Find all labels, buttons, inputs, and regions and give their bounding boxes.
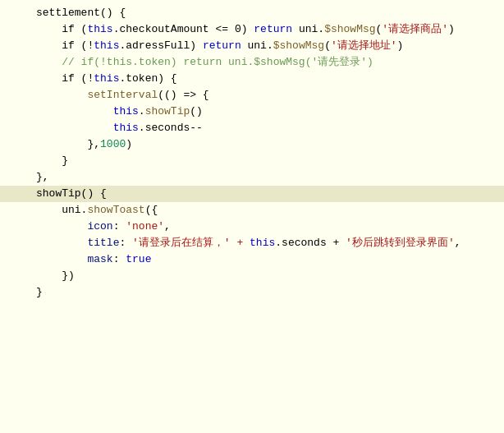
code-line: showTip() { xyxy=(0,186,504,202)
line-content: if (!this.adressFull) return uni.$showMs… xyxy=(33,38,504,54)
line-content: mask: true xyxy=(33,251,504,268)
code-line: },1000) xyxy=(0,136,504,153)
token: showToast xyxy=(87,204,144,216)
code-line: mask: true xyxy=(0,251,504,268)
token: 1000 xyxy=(100,138,126,150)
token: setInterval xyxy=(87,89,158,101)
token: 'none' xyxy=(126,220,164,233)
line-content: if (this.checkoutAmount <= 0) return uni… xyxy=(33,21,504,38)
token: settlement() { xyxy=(36,7,126,19)
code-line: }) xyxy=(0,268,504,284)
token: .adressFull) xyxy=(119,39,202,52)
line-content: icon: 'none', xyxy=(33,219,504,235)
token: icon xyxy=(87,220,112,233)
token: , xyxy=(455,237,461,249)
line-content: } xyxy=(33,284,504,301)
token: ) xyxy=(126,138,132,150)
code-line: if (!this.adressFull) return uni.$showMs… xyxy=(0,38,504,54)
line-content: settlement() { xyxy=(33,5,504,21)
token: .checkoutAmount <= 0) xyxy=(113,23,254,35)
token: $showMsg xyxy=(273,39,324,52)
token: () xyxy=(190,105,203,117)
token: '请选择地址' xyxy=(331,39,397,52)
line-content: title: '请登录后在结算，' + this.seconds + '秒后跳转… xyxy=(33,235,504,251)
code-line: setInterval(() => { xyxy=(0,87,504,104)
code-line: uni.showToast({ xyxy=(0,202,504,219)
code-line: this.seconds-- xyxy=(0,120,504,136)
line-content: this.seconds-- xyxy=(33,120,504,136)
token: if ( xyxy=(62,23,87,35)
token: ( xyxy=(324,39,331,52)
token: ) xyxy=(397,39,404,52)
code-content: settlement() { if (this.checkoutAmount <… xyxy=(0,0,504,306)
token: }, xyxy=(87,138,100,150)
token: ({ xyxy=(145,204,158,216)
token: title xyxy=(87,237,119,249)
code-line: if (!this.token) { xyxy=(0,71,504,87)
code-line: }, xyxy=(0,169,504,186)
token: '请登录后在结算，' + xyxy=(132,237,250,249)
token: mask xyxy=(87,253,112,265)
line-content: },1000) xyxy=(33,136,504,153)
line-content: } xyxy=(33,153,504,169)
line-content: showTip() { xyxy=(33,186,504,202)
code-line: if (this.checkoutAmount <= 0) return uni… xyxy=(0,21,504,38)
token: true xyxy=(126,253,151,265)
code-line: this.showTip() xyxy=(0,104,504,120)
token: this xyxy=(94,72,119,85)
token: : xyxy=(119,237,132,249)
code-line: } xyxy=(0,153,504,169)
token: : xyxy=(113,253,126,265)
token: } xyxy=(36,286,43,298)
token: '秒后跳转到登录界面' xyxy=(346,237,455,249)
line-content: setInterval(() => { xyxy=(33,87,504,104)
token: return xyxy=(203,39,241,52)
line-content: if (!this.token) { xyxy=(33,71,504,87)
token: , xyxy=(164,220,171,233)
token: } xyxy=(62,154,68,167)
token: .seconds + xyxy=(275,237,346,249)
token: this xyxy=(113,122,139,134)
code-line: title: '请登录后在结算，' + this.seconds + '秒后跳转… xyxy=(0,235,504,251)
token: uni. xyxy=(241,39,273,52)
token: uni. xyxy=(62,204,87,216)
line-content: }) xyxy=(33,268,504,284)
token: $showMsg xyxy=(324,23,375,35)
line-content: this.showTip() xyxy=(33,104,504,120)
token: if (! xyxy=(62,39,94,52)
token: // if(!this.token) return uni.$showMsg('… xyxy=(62,56,373,68)
token: .seconds-- xyxy=(139,122,203,134)
token: ) xyxy=(448,23,455,35)
token: this xyxy=(94,39,119,52)
token: : xyxy=(113,220,126,233)
token: showTip() { xyxy=(36,187,107,200)
token: return xyxy=(254,23,292,35)
code-line: settlement() { xyxy=(0,5,504,21)
code-line: } xyxy=(0,284,504,301)
token: }) xyxy=(62,269,75,282)
code-line: icon: 'none', xyxy=(0,219,504,235)
token: this xyxy=(250,237,275,249)
line-content: }, xyxy=(33,169,504,186)
token: '请选择商品' xyxy=(382,23,448,35)
token: . xyxy=(139,105,145,117)
token: (() => { xyxy=(158,89,208,101)
line-content: // if(!this.token) return uni.$showMsg('… xyxy=(33,54,504,71)
code-line: // if(!this.token) return uni.$showMsg('… xyxy=(0,54,504,71)
token: showTip xyxy=(145,105,190,117)
token: this xyxy=(113,105,139,117)
token: this xyxy=(87,23,112,35)
code-editor: settlement() { if (this.checkoutAmount <… xyxy=(0,0,504,433)
token: }, xyxy=(36,171,49,183)
token: .token) { xyxy=(119,72,176,85)
token: if (! xyxy=(62,72,94,85)
line-content: uni.showToast({ xyxy=(33,202,504,219)
token: uni. xyxy=(292,23,324,35)
